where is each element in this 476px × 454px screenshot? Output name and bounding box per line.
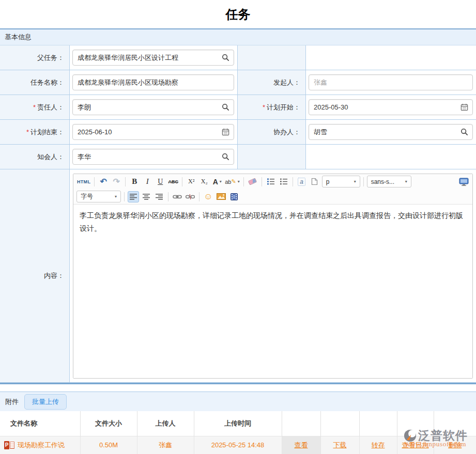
font-family-select[interactable]: sans-s...▾ xyxy=(367,176,411,187)
unordered-list-icon[interactable] xyxy=(278,176,289,187)
font-color-button[interactable]: A▾ xyxy=(211,176,223,187)
chevron-down-icon: ▾ xyxy=(220,179,222,184)
search-icon[interactable] xyxy=(221,103,230,112)
delete-link[interactable]: 删除 xyxy=(448,441,462,449)
view-action-cell: 查看 xyxy=(282,436,320,454)
task-name-cell xyxy=(70,70,238,95)
file-name-cell: P 现场勘察工作说 xyxy=(0,436,80,454)
plan-end-cell xyxy=(70,120,238,145)
toolbar-separator xyxy=(125,177,126,186)
initiator-input xyxy=(309,74,473,90)
required-marker: * xyxy=(26,128,29,136)
file-name[interactable]: 现场勘察工作说 xyxy=(18,441,65,450)
attachments-section-header: 附件 批量上传 xyxy=(0,392,476,411)
required-marker: * xyxy=(263,103,265,111)
anchor-button[interactable]: a xyxy=(296,176,308,187)
link-icon[interactable] xyxy=(172,191,183,202)
col-file-size: 文件大小 xyxy=(80,411,137,436)
underline-button[interactable]: U xyxy=(155,176,166,187)
view-log-action-cell: 查看日志 xyxy=(397,436,434,454)
content-label: 内容： xyxy=(0,169,70,383)
bold-button[interactable]: B xyxy=(129,176,140,187)
responsible-input[interactable] xyxy=(72,99,234,115)
empty-label-cell xyxy=(238,145,306,169)
chevron-down-icon: ▾ xyxy=(354,179,356,184)
align-center-icon[interactable] xyxy=(141,191,152,202)
plan-end-label: * 计划结束： xyxy=(0,120,70,145)
font-size-select[interactable]: 字号▾ xyxy=(76,191,121,202)
powerpoint-file-icon: P xyxy=(4,441,14,449)
empty-value-cell xyxy=(306,145,476,169)
col-upload-time: 上传时间 xyxy=(194,411,282,436)
parent-task-cell xyxy=(70,45,238,70)
attachments-table: 文件名称 文件大小 上传人 上传时间 P 现场勘察工作说 0.50M 张鑫 20… xyxy=(0,411,476,454)
page-title: 任务 xyxy=(0,0,476,28)
toolbar-separator xyxy=(262,177,262,186)
plan-start-cell xyxy=(306,95,476,120)
initiator-label: 发起人： xyxy=(238,70,306,95)
plan-start-label: * 计划开始： xyxy=(238,95,306,120)
redo-icon[interactable]: ↷ xyxy=(111,176,122,187)
toolbar-separator xyxy=(243,177,244,186)
toolbar-separator xyxy=(124,192,125,201)
toolbar-separator xyxy=(199,192,199,201)
view-link[interactable]: 查看 xyxy=(295,441,308,449)
superscript-button[interactable]: X² xyxy=(186,176,197,187)
chevron-down-icon: ▾ xyxy=(115,194,117,199)
new-page-icon[interactable] xyxy=(309,176,320,187)
toolbar-separator xyxy=(168,192,168,201)
col-file-name: 文件名称 xyxy=(0,411,80,436)
transfer-action-cell: 转存 xyxy=(359,436,397,454)
editor-content[interactable]: 李工负责龙泉驿华润小区的现场勘察，详细记录工地的现场情况，并在调查结束之后出具调… xyxy=(73,205,472,378)
strikethrough-button[interactable]: ABC xyxy=(167,176,179,187)
toolbar-separator xyxy=(293,177,293,186)
plan-end-input[interactable] xyxy=(72,124,234,140)
search-icon[interactable] xyxy=(221,53,230,62)
content-editor-cell: HTML ↶ ↷ B I U ABC X² X₂ A▾ ab✎▾ xyxy=(70,169,476,383)
pencil-icon: ✎ xyxy=(231,178,236,185)
attachments-header-row: 文件名称 文件大小 上传人 上传时间 xyxy=(0,411,476,436)
responsible-label: * 责任人： xyxy=(0,95,70,120)
col-action xyxy=(397,411,434,436)
download-link[interactable]: 下载 xyxy=(333,441,347,449)
responsible-cell xyxy=(70,95,238,120)
task-name-input[interactable] xyxy=(72,74,234,90)
html-source-button[interactable]: HTML xyxy=(76,176,91,187)
toolbar-separator xyxy=(363,177,364,186)
paragraph-format-select[interactable]: p▾ xyxy=(322,176,360,187)
task-form-page: 任务 基本信息 父任务： 任务名称： 发起人： xyxy=(0,0,476,454)
align-right-icon[interactable] xyxy=(153,191,165,202)
plan-start-input[interactable] xyxy=(309,99,473,115)
co-organizer-input[interactable] xyxy=(309,124,473,140)
fullscreen-monitor-icon[interactable] xyxy=(458,176,469,187)
remove-format-eraser-icon[interactable] xyxy=(247,176,258,187)
file-size: 0.50M xyxy=(80,436,137,454)
emoticon-icon[interactable]: ☺ xyxy=(203,191,214,202)
search-icon[interactable] xyxy=(221,152,230,161)
calendar-icon[interactable] xyxy=(460,103,469,112)
notified-person-input[interactable] xyxy=(72,149,234,165)
ordered-list-icon[interactable] xyxy=(265,176,277,187)
parent-task-input[interactable] xyxy=(72,50,234,66)
batch-upload-button[interactable]: 批量上传 xyxy=(24,394,67,410)
rich-text-editor: HTML ↶ ↷ B I U ABC X² X₂ A▾ ab✎▾ xyxy=(73,174,473,379)
transfer-link[interactable]: 转存 xyxy=(372,441,385,449)
search-icon[interactable] xyxy=(460,128,469,136)
chevron-down-icon: ▾ xyxy=(405,179,407,184)
insert-video-icon[interactable] xyxy=(228,191,240,202)
align-left-icon[interactable] xyxy=(128,191,139,202)
basic-info-form: 父任务： 任务名称： 发起人： xyxy=(0,45,476,384)
highlight-color-button[interactable]: ab✎▾ xyxy=(224,176,240,187)
unlink-icon[interactable] xyxy=(185,191,196,202)
subscript-button[interactable]: X₂ xyxy=(198,176,210,187)
italic-button[interactable]: I xyxy=(142,176,153,187)
insert-image-icon[interactable] xyxy=(216,191,227,202)
view-log-link[interactable]: 查看日志 xyxy=(402,441,429,449)
parent-task-label: 父任务： xyxy=(0,45,70,70)
calendar-icon[interactable] xyxy=(221,128,230,136)
task-name-label: 任务名称： xyxy=(0,70,70,95)
undo-icon[interactable]: ↶ xyxy=(98,176,109,187)
download-action-cell: 下载 xyxy=(320,436,359,454)
editor-toolbar-row-2: 字号▾ xyxy=(73,189,472,205)
empty-label-cell xyxy=(238,45,306,70)
